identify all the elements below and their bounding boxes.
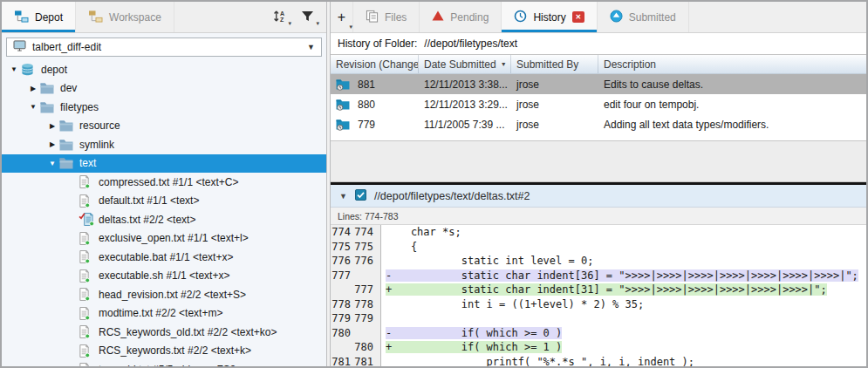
tab-pending-label: Pending: [450, 11, 489, 24]
diff-line: 776776 static int level = 0;: [331, 254, 866, 269]
tab-workspace-label: Workspace: [109, 11, 161, 24]
history-row-779[interactable]: 77911/1/2005 7:39 ...jroseAdding all tex…: [331, 114, 866, 134]
database-icon: [21, 63, 38, 76]
file-icon: [79, 194, 96, 208]
sort-button[interactable]: AZ ▾: [267, 6, 291, 29]
tree-item-executable-sh-1-1-text-x[interactable]: executable.sh #1/1 <text+x>: [2, 267, 326, 286]
tab-history[interactable]: History ✕: [502, 2, 597, 32]
tree-item-label: RCS_keywords.txt #2/2 <text+k>: [99, 344, 251, 357]
tree-item-exclusive-open-txt-1-1-text-l[interactable]: exclusive_open.txt #1/1 <text+l>: [2, 229, 326, 249]
column-header-date[interactable]: Date Submitted ▼: [419, 55, 511, 73]
tree-item-label: executable.sh #1/1 <text+x>: [99, 269, 229, 282]
column-header-revision-label: Revision (Changel: [336, 58, 419, 71]
history-clock-icon: [514, 10, 527, 25]
depot-pane: Depot Workspace AZ ▾ ▾ talbert_diff-edit…: [2, 2, 326, 366]
diff-code: {: [381, 240, 417, 255]
file-icon: [79, 325, 96, 338]
old-line-number: 780: [331, 326, 353, 341]
new-line-number: 776: [353, 254, 376, 269]
tree-item-compressed-txt-1-1-text-c[interactable]: compressed.txt #1/1 <text+C>: [2, 173, 326, 192]
new-line-number: 778: [353, 297, 376, 312]
tab-history-label: History: [533, 11, 565, 24]
tree-item-resource[interactable]: ▶resource: [2, 117, 326, 136]
new-line-number: 780: [353, 340, 376, 355]
collapse-icon[interactable]: ▼: [7, 65, 21, 73]
tab-pending[interactable]: Pending: [420, 2, 502, 32]
tree-item-head-revision-txt-2-2-text-s[interactable]: head_revision.txt #2/2 <text+S>: [2, 285, 326, 304]
new-line-number: 781: [353, 355, 376, 367]
add-tab-button[interactable]: + ▾: [331, 2, 353, 32]
expand-icon[interactable]: ▶: [45, 122, 59, 130]
tree-item-dev[interactable]: ▶dev: [2, 79, 326, 99]
tab-files[interactable]: Files: [353, 2, 420, 32]
collapse-icon[interactable]: ▼: [26, 103, 40, 111]
collapse-icon[interactable]: ▼: [45, 160, 59, 167]
tree-item-symlink[interactable]: ▶symlink: [2, 135, 326, 154]
date-submitted-cell: 11/1/2005 7:39 ...: [419, 119, 511, 131]
tree-item-rcs-keywords-txt-2-2-text-k[interactable]: RCS_keywords.txt #2/2 <text+k>: [2, 342, 326, 361]
old-line-number: 774: [331, 225, 353, 240]
diff-gutter: 781781: [331, 355, 381, 367]
date-submitted-cell: 12/11/2013 3:29...: [419, 99, 511, 111]
diff-line: 780- if( which >= 0 ): [331, 326, 866, 341]
tree-item-executable-bat-1-1-text-x[interactable]: executable.bat #1/1 <text+x>: [2, 248, 326, 267]
computer-icon: [13, 40, 26, 54]
tree-item-label: default.txt #1/1 <text>: [99, 194, 199, 207]
diff-checkbox-icon[interactable]: [355, 189, 366, 203]
new-line-number: [353, 326, 376, 341]
column-header-description[interactable]: Description: [598, 55, 866, 73]
sort-caret-icon: ▾: [288, 20, 291, 27]
tree-item-filetypes[interactable]: ▼filetypes: [2, 98, 326, 117]
changelist-icon: [336, 78, 353, 91]
folder-icon: [59, 139, 77, 151]
tree-item-label: text: [79, 157, 96, 169]
collapse-diff-icon[interactable]: ▼: [339, 192, 347, 201]
revision-cell: 881: [331, 78, 419, 91]
tab-workspace[interactable]: Workspace: [76, 2, 174, 32]
tree-item-label: resource: [79, 119, 120, 132]
tree-item-rcs-keywords-old-txt-2-2-text-ko[interactable]: RCS_keywords_old.txt #2/2 <text+ko>: [2, 323, 326, 342]
diff-code: int i = ((1+level) * 2) % 35;: [381, 297, 644, 312]
folder-icon: [40, 82, 58, 94]
revision-number: 880: [358, 99, 375, 111]
history-row-881[interactable]: 88112/11/2013 3:38...jroseEdits to cause…: [331, 74, 866, 94]
tab-submitted[interactable]: Submitted: [598, 2, 689, 32]
diff-gutter: 777: [331, 269, 381, 283]
tree-item-tempobj-txt-5-5-binary-fs3w[interactable]: tempobj.txt #5/5 <binary+FS3w>: [2, 360, 326, 366]
diff-view: 774774 char *s;775775 {776776 static int…: [331, 225, 866, 366]
diff-file-header[interactable]: ▼ //depot/filetypes/text/deltas.txt#2: [331, 185, 866, 208]
old-line-number: 777: [331, 269, 353, 283]
description-cell: Edits to cause deltas.: [598, 78, 866, 91]
filter-button[interactable]: ▾: [295, 6, 319, 29]
file-icon: [79, 232, 96, 245]
changelist-icon: [336, 99, 353, 111]
expand-icon[interactable]: ▶: [45, 140, 59, 148]
revision-cell: 779: [331, 119, 419, 131]
workspace-selector[interactable]: talbert_diff-edit ▼: [6, 37, 322, 57]
diff-code: char *s;: [381, 225, 461, 240]
column-header-submitted-by[interactable]: Submitted By: [511, 55, 598, 73]
diff-code: printf( "%*.*s ", i, i, indent );: [381, 355, 694, 367]
diff-line: 778778 int i = ((1+level) * 2) % 35;: [331, 297, 866, 312]
tree-item-label: modtime.txt #2/2 <text+m>: [99, 307, 222, 319]
close-tab-icon[interactable]: ✕: [572, 11, 584, 23]
diff-code: [381, 311, 386, 326]
tab-depot[interactable]: Depot: [2, 2, 76, 32]
tree-item-depot[interactable]: ▼depot: [2, 60, 326, 79]
diff-gutter: 779779: [331, 311, 381, 326]
old-line-number: [331, 283, 353, 297]
history-table: Revision (Changel Date Submitted ▼ Submi…: [331, 55, 866, 141]
column-header-revision[interactable]: Revision (Changel: [331, 55, 419, 73]
old-line-number: 775: [331, 240, 353, 255]
old-line-number: 778: [331, 297, 353, 312]
tree-item-deltas-txt-2-2-text[interactable]: deltas.txt #2/2 <text>: [2, 210, 326, 229]
description-cell: edit four on tempobj.: [598, 99, 866, 111]
svg-text:Z: Z: [279, 17, 284, 23]
diff-line: 777- static char indent[36] = ">>>>|>>>>…: [331, 269, 866, 283]
tree-item-text[interactable]: ▼text: [2, 154, 326, 174]
tree-item-default-txt-1-1-text[interactable]: default.txt #1/1 <text>: [2, 192, 326, 211]
history-row-880[interactable]: 88012/11/2013 3:29...jroseedit four on t…: [331, 94, 866, 114]
submitted-by-cell: jrose: [511, 99, 598, 111]
tree-item-modtime-txt-2-2-text-m[interactable]: modtime.txt #2/2 <text+m>: [2, 304, 326, 324]
expand-icon[interactable]: ▶: [26, 85, 40, 92]
